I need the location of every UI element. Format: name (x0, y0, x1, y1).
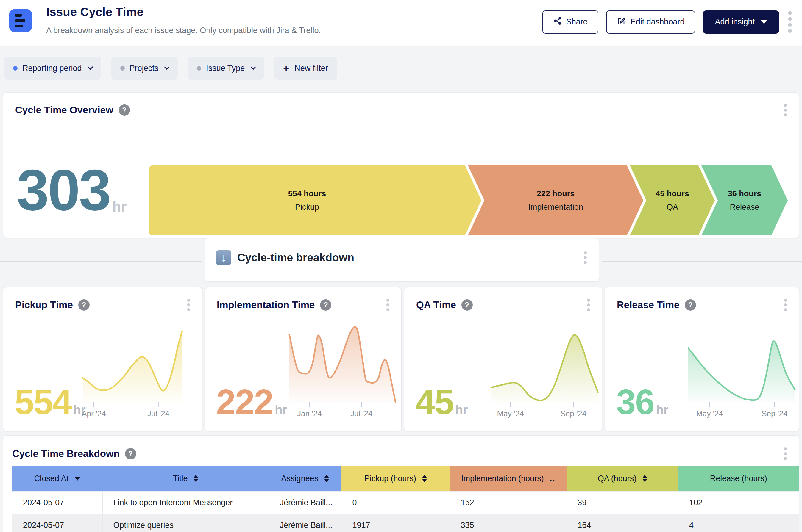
cycle-time-breakdown-table-card: Cycle Time Breakdown ? Closed AtTitleAss… (3, 435, 799, 532)
x-axis-tick: Jul '24 (147, 402, 169, 418)
table-cell: 335 (450, 514, 567, 532)
kebab-menu-icon[interactable] (385, 297, 391, 313)
edit-dashboard-label: Edit dashboard (631, 17, 685, 26)
help-icon[interactable]: ? (125, 448, 136, 459)
total-unit: hr (112, 198, 127, 215)
dashboard-page: Issue Cycle Time A breakdown analysis of… (0, 0, 802, 532)
column-header-closed-at[interactable]: Closed At (12, 466, 102, 491)
share-button[interactable]: Share (542, 11, 598, 34)
cycle-time-breakdown-note-card: ↓ Cycle-time breakdown (205, 238, 599, 282)
kebab-menu-icon[interactable] (582, 250, 589, 266)
sparkline-area: Jan '24Jul '24 (290, 326, 395, 402)
help-icon[interactable]: ? (119, 104, 130, 116)
table-cell: Jérémie Baill... (269, 514, 341, 532)
metric-card-pickup-time: Pickup Time ? Apr '24Jul '24 554 hr (3, 287, 202, 432)
header-kebab-menu-icon[interactable] (787, 9, 793, 35)
table-body: 2024-05-07Link to open Intercom Messenge… (12, 491, 799, 532)
value: 45 (415, 387, 453, 417)
kebab-menu-icon[interactable] (782, 297, 789, 313)
table-row[interactable]: 2024-05-07Link to open Intercom Messenge… (12, 491, 799, 514)
note-title: Cycle-time breakdown (237, 251, 354, 264)
card-title: Release Time (617, 299, 679, 311)
stage-name: Implementation (528, 203, 583, 212)
column-header-qa-hours[interactable]: QA (hours) (567, 466, 678, 491)
sparkline-chart (290, 326, 395, 402)
breakdown-table: Closed AtTitleAssigneesPickup (hours)Imp… (12, 466, 799, 532)
help-icon[interactable]: ? (685, 299, 696, 311)
sort-icon (422, 475, 427, 482)
dashboard-logo-icon (9, 9, 32, 32)
kebab-menu-icon[interactable] (185, 297, 192, 313)
caret-down-icon (761, 20, 767, 24)
column-label: Release (hours) (710, 474, 767, 483)
table-cell: 2024-05-07 (12, 514, 102, 532)
sort-icon (193, 475, 198, 482)
kebab-menu-icon[interactable] (782, 446, 789, 462)
column-header-pickup-hours[interactable]: Pickup (hours) (341, 466, 450, 491)
column-header-assignees[interactable]: Assignees (269, 466, 341, 491)
table-cell: 152 (450, 491, 567, 514)
kebab-menu-icon[interactable] (585, 297, 592, 313)
edit-dashboard-button[interactable]: Edit dashboard (606, 11, 695, 34)
funnel-stage-implementation: 222 hours Implementation (468, 166, 643, 235)
stage-hours: 554 hours (288, 189, 326, 198)
table-row[interactable]: 2024-05-07Optimize queriesJérémie Baill.… (12, 514, 799, 532)
table-cell: 4 (678, 514, 799, 532)
unit: hr (455, 403, 468, 417)
card-title: QA Time (416, 299, 456, 311)
card-title: Cycle Time Breakdown (12, 448, 120, 459)
x-axis-tick: May '24 (696, 402, 723, 418)
edit-icon (617, 16, 626, 28)
card-title: Pickup Time (15, 299, 73, 311)
stage-hours: 36 hours (728, 189, 762, 198)
breakdown-table-wrapper: Closed AtTitleAssigneesPickup (hours)Imp… (12, 466, 799, 532)
down-arrow-emoji-icon: ↓ (216, 250, 231, 265)
unit: hr (73, 403, 86, 417)
sort-icon (642, 475, 647, 482)
divider-line (0, 261, 202, 262)
x-axis-tick: Jul '24 (350, 402, 372, 418)
sparkline-chart (83, 330, 182, 403)
metric-value: 36 hr (616, 387, 668, 417)
sparkline-area: May '24Sep '24 (688, 339, 795, 403)
filter-chip-projects[interactable]: Projects (111, 57, 178, 80)
table-cell: 2024-05-07 (12, 491, 102, 514)
kebab-menu-icon[interactable] (782, 102, 789, 118)
total-cycle-time: 303 hr (17, 161, 127, 219)
page-title: Issue Cycle Time (46, 5, 321, 19)
value: 554 (15, 387, 72, 417)
filter-dot-icon (13, 66, 18, 71)
sort-desc-icon (74, 477, 80, 480)
sparkline-chart (688, 339, 795, 403)
filter-label: Projects (130, 64, 159, 73)
card-title: Cycle Time Overview (15, 104, 113, 116)
card-title: Implementation Time (217, 299, 315, 311)
sparkline-area: May '24Sep '24 (491, 335, 598, 402)
top-bar: Issue Cycle Time A breakdown analysis of… (0, 0, 802, 46)
help-icon[interactable]: ? (462, 299, 473, 311)
filter-label: Reporting period (22, 64, 82, 73)
stage-funnel-chart: 554 hours Pickup 222 hours Implementatio… (149, 166, 789, 235)
column-header-title[interactable]: Title (102, 466, 269, 491)
share-icon (553, 16, 562, 27)
filter-chip-reporting-period[interactable]: Reporting period (4, 57, 101, 80)
unit: hr (275, 403, 287, 417)
table-cell: 39 (567, 491, 678, 514)
column-header-implementation-hours[interactable]: Implementation (hours).. (450, 466, 567, 491)
help-icon[interactable]: ? (320, 299, 331, 311)
table-cell: 164 (567, 514, 678, 532)
column-label: Assignees (281, 474, 319, 483)
funnel-stage-pickup: 554 hours Pickup (149, 166, 481, 235)
column-label: Pickup (hours) (365, 474, 416, 483)
metric-value: 222 hr (216, 387, 287, 417)
sparkline-chart (491, 335, 598, 402)
add-insight-button[interactable]: Add insight (703, 11, 779, 34)
column-header-release-hours[interactable]: Release (hours) (678, 466, 799, 491)
filter-chip-issue-type[interactable]: Issue Type (188, 57, 264, 80)
table-cell: Optimize queries (102, 514, 269, 532)
help-icon[interactable]: ? (78, 299, 90, 311)
metric-card-qa-time: QA Time ? May '24Sep '24 45 hr (404, 287, 602, 432)
x-axis-tick: May '24 (497, 402, 524, 418)
metric-card-implementation-time: Implementation Time ? Jan '24Jul '24 222… (205, 287, 402, 432)
new-filter-button[interactable]: + New filter (274, 57, 337, 80)
